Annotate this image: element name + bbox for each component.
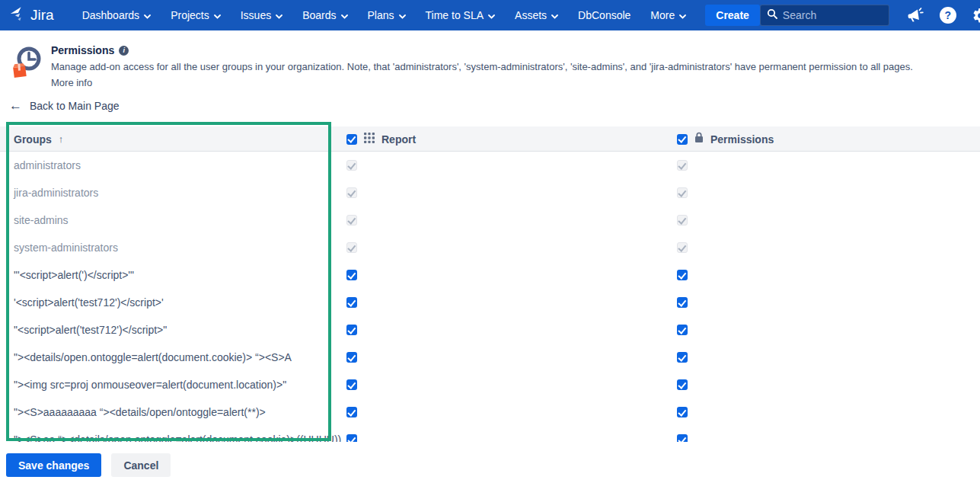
groups-header-label: Groups [14,133,52,146]
report-checkbox[interactable] [346,297,357,308]
table-row: system-administrators [0,234,980,261]
info-icon[interactable]: i [119,46,129,56]
group-name: '<script>alert('test712')</script>' [14,296,164,309]
report-checkbox [346,187,357,198]
nav-item-assets[interactable]: Assets [505,0,568,30]
group-name: administrators [14,159,81,171]
page-description: Manage add-on access for all the user gr… [51,61,980,72]
permissions-checkbox [677,242,688,253]
search-icon [767,8,777,22]
footer-actions: Save changes Cancel [6,453,171,477]
chevron-down-icon [276,9,283,21]
group-name: "><img src=proj onmouseover=alert(docume… [14,379,286,391]
report-checkbox [346,215,357,226]
report-select-all-checkbox[interactable] [346,134,357,145]
nav-item-time-to-sla[interactable]: Time to SLA [416,0,506,30]
report-checkbox[interactable] [346,407,357,417]
table-row: "><details/open.ontoggle=alert(document.… [0,344,980,371]
back-to-main-page-link[interactable]: ← Back to Main Page [9,99,120,112]
group-name: jira-administrators [14,187,98,199]
back-arrow-icon: ← [9,99,22,112]
permissions-checkbox[interactable] [677,270,688,280]
permissions-select-all-checkbox[interactable] [677,134,688,145]
jira-logo-text: Jira [30,7,54,24]
report-checkbox[interactable] [346,379,357,390]
permissions-checkbox[interactable] [677,352,688,363]
group-name: "<script>alert('test712')</script>" [14,324,167,336]
back-link-label: Back to Main Page [30,100,120,112]
table-row: "'<script>alert(')</script>'" [0,261,980,289]
permissions-column-header: Permissions [677,126,774,152]
chevron-down-icon [488,9,495,21]
nav-icons: ? [906,6,980,24]
nav-item-boards[interactable]: Boards [292,0,357,30]
permissions-checkbox[interactable] [677,434,688,442]
nav-item-dbconsole[interactable]: DbConsole [568,0,640,30]
search-input[interactable] [783,9,921,21]
table-row: "<script>alert('test712')</script>" [0,316,980,344]
table-row: jira-administrators [0,179,980,206]
permissions-checkbox[interactable] [677,379,688,390]
group-name: "'<script>alert(')</script>'" [14,269,134,281]
groups-column-header[interactable]: Groups ↑ [14,126,63,152]
report-checkbox[interactable] [346,270,357,280]
nav-item-more[interactable]: More [640,0,696,30]
permissions-checkbox [677,215,688,226]
report-checkbox [346,160,357,171]
table-row: "><img src=proj onmouseover=alert(docume… [0,371,980,398]
group-name: "><details/open.ontoggle=alert(document.… [14,351,292,363]
group-name: system-administrators [14,242,118,254]
table-row: site-admins [0,206,980,234]
chevron-down-icon [144,9,151,21]
permissions-checkbox[interactable] [677,407,688,417]
chevron-down-icon [679,9,686,21]
group-name: "><S>aa “><details/open.ontoggle=alert(d… [14,433,341,442]
more-info-link[interactable]: More info [51,77,92,88]
nav-menu: Dashboards Projects Issues Boards [72,0,697,30]
cancel-button[interactable]: Cancel [111,453,171,477]
grid-icon [364,133,375,146]
page-title: Permissions [51,44,114,56]
group-name: site-admins [14,214,69,226]
chevron-down-icon [399,9,406,21]
report-checkbox[interactable] [346,434,357,442]
table-row: "><S>aa “><details/open.ontoggle=alert(d… [0,426,980,442]
permissions-checkbox [677,187,688,198]
sort-ascending-icon: ↑ [59,133,64,145]
chevron-down-icon [551,9,558,21]
chevron-down-icon [214,9,221,21]
nav-item-plans[interactable]: Plans [358,0,416,30]
report-column-header: Report [346,126,416,152]
jira-logo[interactable]: Jira [9,5,54,25]
nav-item-issues[interactable]: Issues [231,0,292,30]
announcement-icon[interactable] [906,6,924,24]
nav-item-dashboards[interactable]: Dashboards [72,0,161,30]
report-checkbox [346,242,357,253]
nav-item-projects[interactable]: Projects [161,0,231,30]
top-nav: Jira Dashboards Projects Issues Boards [0,0,980,30]
report-header-label: Report [381,133,416,146]
help-icon[interactable]: ? [939,6,957,24]
time-to-sla-app-icon [8,43,46,82]
settings-gear-icon[interactable] [972,6,980,24]
report-checkbox[interactable] [346,325,357,335]
search-box [760,5,889,26]
permissions-header-label: Permissions [710,133,774,146]
permissions-checkbox [677,160,688,171]
table-row: '<script>alert('test712')</script>' [0,289,980,316]
permissions-checkbox[interactable] [677,325,688,335]
chevron-down-icon [341,9,348,21]
report-checkbox[interactable] [346,352,357,363]
permissions-checkbox[interactable] [677,297,688,308]
app-header: Permissions i Manage add-on access for a… [8,42,980,88]
table-header: Groups ↑ Report Permissions [0,126,980,152]
table-body: administrators jira-administrators site-… [0,152,980,442]
table-row: "><S>aaaaaaaaa “><details/open/ontoggle=… [0,398,980,426]
table-row: administrators [0,152,980,179]
group-name: "><S>aaaaaaaaa “><details/open/ontoggle=… [14,406,266,418]
jira-logo-icon [9,5,26,25]
save-changes-button[interactable]: Save changes [6,453,101,477]
lock-icon [694,132,704,146]
create-button[interactable]: Create [705,5,760,26]
